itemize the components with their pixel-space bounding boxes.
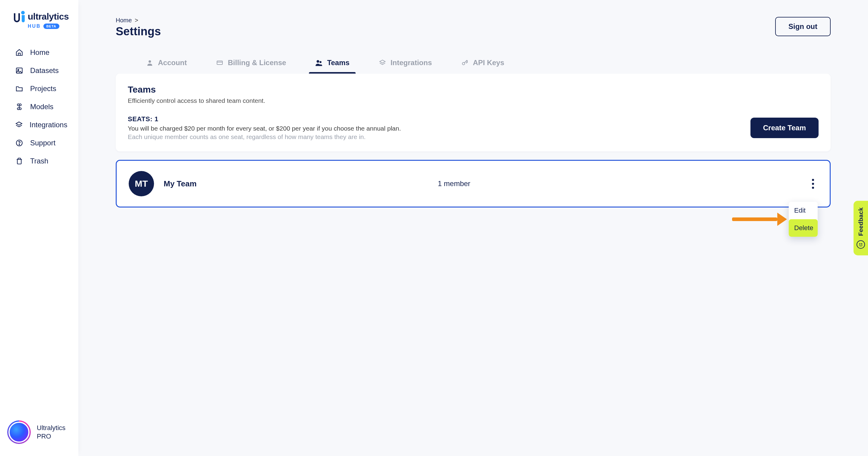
breadcrumb-separator: >: [135, 17, 138, 24]
annotation-arrow-icon: [732, 212, 787, 226]
sidebar-user[interactable]: Ultralytics PRO: [0, 411, 79, 456]
brand-logo[interactable]: ultralytics HUB BETA: [0, 0, 79, 36]
svg-rect-5: [217, 61, 222, 64]
svg-point-6: [317, 60, 319, 63]
sidebar-item-label: Support: [30, 139, 56, 147]
sign-out-button[interactable]: Sign out: [775, 17, 831, 36]
svg-point-3: [19, 144, 20, 145]
tab-integrations[interactable]: Integrations: [378, 58, 432, 74]
seats-count: SEATS: 1: [128, 115, 401, 123]
team-actions-menu: Edit Delete: [789, 202, 818, 237]
key-icon: [461, 59, 469, 67]
sidebar-item-trash[interactable]: Trash: [0, 152, 79, 170]
team-avatar: MT: [129, 171, 154, 196]
svg-point-4: [149, 60, 151, 63]
breadcrumb: Home >: [116, 17, 161, 24]
help-icon: [15, 139, 24, 147]
team-actions-menu-trigger[interactable]: [808, 178, 818, 190]
settings-tabs: Account Billing & License Teams Integrat…: [116, 58, 831, 74]
seats-members-note: Each unique member counts as one seat, r…: [128, 133, 401, 141]
brand-mark-icon: [14, 11, 24, 22]
command-icon: [15, 103, 24, 111]
sidebar-item-projects[interactable]: Projects: [0, 80, 79, 98]
svg-point-1: [18, 69, 19, 70]
smile-icon: [857, 240, 865, 249]
panel-title: Teams: [128, 84, 818, 95]
seats-pricing-note: You will be charged $20 per month for ev…: [128, 125, 401, 132]
image-icon: [15, 66, 24, 75]
sidebar-item-models[interactable]: Models: [0, 98, 79, 116]
sidebar-item-integrations[interactable]: Integrations: [0, 116, 79, 134]
sidebar-item-datasets[interactable]: Datasets: [0, 61, 79, 80]
team-icon: [315, 59, 323, 67]
main-content: Home > Settings Sign out Account Billing…: [79, 0, 868, 456]
feedback-label: Feedback: [858, 207, 864, 236]
team-card[interactable]: MT My Team 1 member Edit Delete: [116, 160, 831, 207]
layers-icon: [378, 59, 386, 67]
beta-badge: BETA: [43, 24, 59, 29]
avatar: [7, 420, 31, 444]
sidebar-item-label: Projects: [30, 84, 56, 93]
sidebar-nav: Home Datasets Projects Models Integratio: [0, 36, 79, 177]
sidebar-item-label: Home: [30, 48, 50, 57]
sidebar-item-label: Datasets: [30, 66, 59, 75]
sidebar-item-label: Integrations: [30, 121, 67, 129]
svg-point-7: [320, 61, 322, 63]
user-meta: Ultralytics PRO: [37, 424, 65, 440]
team-name: My Team: [164, 179, 196, 189]
sidebar-item-label: Models: [30, 103, 53, 111]
tab-label: Teams: [327, 58, 349, 67]
home-icon: [15, 48, 24, 57]
sidebar-item-label: Trash: [30, 157, 48, 165]
breadcrumb-home-link[interactable]: Home: [116, 17, 132, 24]
tab-label: Account: [158, 58, 187, 67]
card-icon: [216, 59, 224, 67]
tab-api-keys[interactable]: API Keys: [461, 58, 504, 74]
tab-label: Billing & License: [228, 58, 286, 67]
tab-billing[interactable]: Billing & License: [216, 58, 286, 74]
user-name: Ultralytics: [37, 424, 65, 432]
tab-account[interactable]: Account: [146, 58, 187, 74]
folder-icon: [15, 84, 24, 93]
brand-subtext: HUB: [28, 24, 41, 29]
svg-point-8: [462, 62, 465, 65]
sidebar-item-home[interactable]: Home: [0, 44, 79, 61]
teams-panel: Teams Efficiently control access to shar…: [116, 74, 831, 151]
tab-label: Integrations: [391, 58, 432, 67]
feedback-tab[interactable]: Feedback: [854, 201, 868, 255]
user-plan: PRO: [37, 432, 65, 440]
brand-wordmark: ultralytics: [28, 11, 69, 22]
menu-item-delete[interactable]: Delete: [789, 219, 818, 237]
team-member-count: 1 member: [438, 179, 470, 188]
create-team-button[interactable]: Create Team: [750, 118, 818, 138]
trash-icon: [15, 157, 24, 165]
tab-teams[interactable]: Teams: [315, 58, 349, 74]
tab-label: API Keys: [473, 58, 504, 67]
person-icon: [146, 59, 154, 67]
sidebar-item-support[interactable]: Support: [0, 134, 79, 152]
panel-subtitle: Efficiently control access to shared tea…: [128, 97, 818, 104]
sidebar: ultralytics HUB BETA Home Datasets Proje…: [0, 0, 79, 456]
page-title: Settings: [116, 25, 161, 38]
layers-icon: [15, 121, 23, 129]
menu-item-edit[interactable]: Edit: [789, 202, 818, 219]
